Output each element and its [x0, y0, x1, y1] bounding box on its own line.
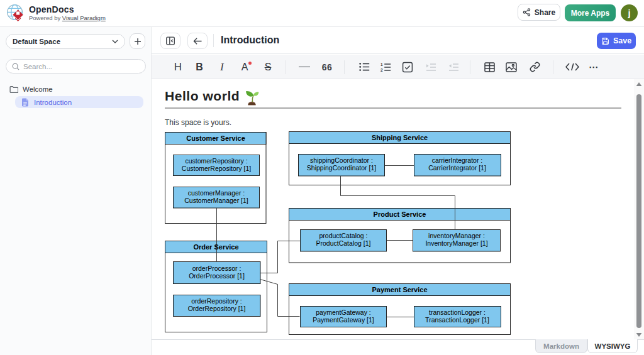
svg-text:PaymentGateway [1]: PaymentGateway [1] [313, 316, 374, 324]
svg-text:CarrierIntegrator [1]: CarrierIntegrator [1] [428, 164, 486, 172]
svg-text:customerRepository :: customerRepository : [185, 157, 247, 165]
svg-text:orderRepository :: orderRepository : [191, 297, 242, 305]
svg-text:inventoryManager :: inventoryManager : [428, 232, 485, 239]
svg-text:customerManager :: customerManager : [188, 189, 245, 197]
svg-text:1: 1 [380, 62, 383, 67]
svg-text:CustomerManager [1]: CustomerManager [1] [184, 197, 248, 204]
svg-text:ProductCatalog [1]: ProductCatalog [1] [316, 239, 371, 247]
svg-text:shippingCoordinator :: shippingCoordinator : [310, 156, 373, 164]
svg-text:2: 2 [380, 67, 383, 72]
svg-text:Order Service: Order Service [193, 243, 238, 251]
svg-text:carrierIntegrator :: carrierIntegrator : [432, 156, 483, 164]
svg-text:transactionLogger :: transactionLogger : [429, 309, 486, 316]
svg-text:orderProcessor :: orderProcessor : [192, 265, 242, 272]
svg-text:TransactionLogger [1]: TransactionLogger [1] [425, 316, 489, 324]
svg-text:Shipping Service: Shipping Service [372, 134, 428, 141]
svg-text:Product Service: Product Service [374, 210, 426, 218]
svg-text:InventoryManager [1]: InventoryManager [1] [425, 239, 487, 247]
svg-text:OrderProcessor [1]: OrderProcessor [1] [189, 272, 245, 280]
svg-text:ShippingCoordinator [1]: ShippingCoordinator [1] [307, 164, 376, 172]
svg-text:Payment Service: Payment Service [372, 286, 427, 293]
svg-text:paymentGateway :: paymentGateway : [316, 309, 371, 316]
svg-text:Customer Service: Customer Service [186, 134, 245, 142]
svg-text:CustomerRepository [1]: CustomerRepository [1] [182, 165, 251, 172]
svg-text:productCatalog :: productCatalog : [319, 232, 367, 239]
svg-text:OrderRepository [1]: OrderRepository [1] [188, 305, 246, 312]
